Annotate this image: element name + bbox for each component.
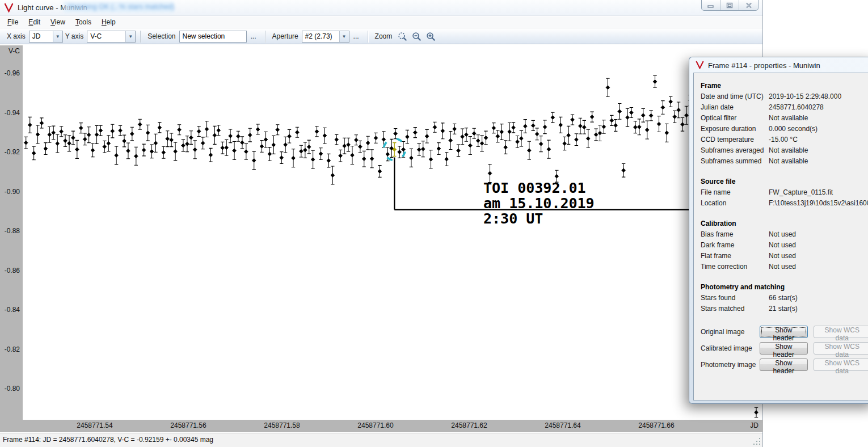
- dialog-title-bar[interactable]: Frame #114 - properties - Muniwin: [689, 57, 868, 73]
- property-row: Dark frameNot used: [701, 240, 868, 251]
- plot-area[interactable]: [0, 45, 763, 420]
- frame-properties-dialog: Frame #114 - properties - Muniwin FrameD…: [689, 57, 868, 404]
- property-label: Exposure duration: [701, 124, 769, 134]
- aperture-combo[interactable]: #2 (2.73) ▼: [302, 31, 349, 43]
- x-tick-label: 2458771.62: [444, 421, 495, 429]
- property-value: Not available: [769, 156, 868, 167]
- x-tick-label: 2458771.58: [256, 421, 307, 429]
- annotation-line-3: 2:30 UT: [483, 211, 595, 226]
- show-header-button[interactable]: Show header: [760, 359, 808, 371]
- aperture-more-button[interactable]: ...: [349, 31, 363, 42]
- window-controls: [701, 0, 759, 11]
- property-row: Julian date2458771.6040278: [701, 102, 868, 113]
- property-label: Dark frame: [701, 240, 769, 251]
- property-row: Flat frameNot used: [701, 251, 868, 262]
- x-tick-label: 2458771.66: [631, 421, 682, 429]
- light-curve-window: Light curve - Muniwin Matching OK (.. % …: [0, 0, 763, 447]
- show-header-button[interactable]: Show header: [760, 342, 808, 355]
- toolbar-separator: [140, 31, 141, 43]
- dialog-title: Frame #114 - properties - Muniwin: [708, 61, 820, 70]
- zoom-in-button[interactable]: [424, 30, 438, 43]
- section-header: Frame: [701, 81, 868, 91]
- chevron-down-icon: ▼: [125, 31, 135, 42]
- property-row: Optical filterNot available: [701, 113, 868, 124]
- muniwin-logo-icon: [4, 3, 14, 12]
- toolbar-separator: [368, 31, 368, 43]
- y-axis-combo[interactable]: V-C ▼: [87, 31, 136, 43]
- menu-item-view[interactable]: View: [45, 17, 70, 27]
- annotation-line-1: TOI 00392.01: [483, 180, 595, 196]
- show-wcs-data-button: Show WCS data: [814, 342, 868, 355]
- image-row-label: Calibrated image: [701, 344, 760, 352]
- toolbar: X axis JD ▼ Y axis V-C ▼ Selection ... A…: [0, 29, 762, 44]
- x-tick-label: 2458771.56: [163, 421, 214, 429]
- show-wcs-data-button: Show WCS data: [814, 359, 868, 371]
- x-tick-label: 2458771.54: [69, 421, 120, 429]
- zoom-fit-button[interactable]: [395, 30, 410, 43]
- property-value: 2019-10-15 2:29:48.000: [769, 91, 868, 102]
- property-label: Location: [701, 198, 769, 209]
- selection-input[interactable]: [179, 31, 247, 43]
- menu-item-tools[interactable]: Tools: [70, 17, 96, 27]
- data-points: [24, 76, 758, 418]
- image-button-row: Original imageShow headerShow WCS data: [701, 323, 868, 340]
- selection-more-button[interactable]: ...: [247, 31, 260, 42]
- x-tick-label: 2458771.64: [537, 421, 588, 429]
- image-row-label: Photometry image: [701, 361, 760, 369]
- property-label: Stars matched: [701, 303, 769, 314]
- resize-grip[interactable]: [753, 438, 761, 445]
- annotation-text: TOI 00392.01 am 15.10.2019 2:30 UT: [483, 180, 595, 226]
- maximize-button[interactable]: [720, 0, 739, 10]
- property-label: Flat frame: [701, 251, 769, 262]
- screen: Light curve - Muniwin Matching OK (.. % …: [0, 0, 868, 447]
- background-window-artifact: Matching OK (.. % stars matched): [64, 2, 174, 12]
- y-axis-label: Y axis: [65, 32, 83, 40]
- section-header: Calibration: [701, 218, 868, 229]
- aperture-label: Aperture: [272, 32, 298, 40]
- property-value: FW_Capture_0115.fit: [769, 187, 868, 198]
- property-row: Subframes averagedNot available: [701, 145, 868, 156]
- property-value: 21 star(s): [769, 303, 868, 314]
- close-button[interactable]: [739, 0, 758, 10]
- section-header: Photometry and matching: [701, 282, 868, 293]
- image-button-row: Photometry imageShow headerShow WCS data: [701, 356, 868, 373]
- zoom-label: Zoom: [375, 32, 393, 40]
- property-row: CCD temperature-15.00 °C: [701, 134, 868, 145]
- zoom-fit-icon: [398, 32, 407, 41]
- property-row: Subframes summedNot available: [701, 156, 868, 167]
- chevron-down-icon: ▼: [53, 31, 62, 42]
- title-bar[interactable]: Light curve - Muniwin Matching OK (.. % …: [0, 0, 762, 16]
- property-value: 66 star(s): [769, 293, 868, 303]
- property-label: Date and time (UTC): [701, 91, 769, 102]
- menu-item-edit[interactable]: Edit: [23, 17, 45, 27]
- aperture-combo-value: #2 (2.73): [302, 31, 339, 42]
- section-header: Source file: [701, 176, 868, 187]
- property-row: Time correctionNot used: [701, 262, 868, 272]
- close-icon: [745, 2, 752, 9]
- show-wcs-data-button: Show WCS data: [814, 326, 868, 338]
- light-curve-chart: V-C -0.96-0.94-0.92-0.90-0.88-0.86-0.84-…: [0, 45, 763, 432]
- property-value: Not used: [769, 240, 868, 251]
- property-label: Subframes averaged: [701, 145, 769, 156]
- property-label: Optical filter: [701, 113, 769, 124]
- x-tick-label: 2458771.60: [350, 421, 401, 429]
- x-axis-combo[interactable]: JD ▼: [29, 31, 63, 43]
- annotation-line-2: am 15.10.2019: [483, 196, 595, 211]
- property-label: File name: [701, 187, 769, 198]
- menu-item-file[interactable]: File: [2, 17, 23, 27]
- property-value: Not used: [769, 262, 868, 272]
- minimize-button[interactable]: [702, 0, 720, 10]
- show-header-button[interactable]: Show header: [760, 326, 808, 338]
- property-row: Stars found66 star(s): [701, 293, 868, 303]
- zoom-out-button[interactable]: [410, 30, 424, 43]
- image-button-row: Calibrated imageShow headerShow WCS data: [701, 340, 868, 356]
- image-row-label: Original image: [701, 328, 760, 336]
- menu-item-help[interactable]: Help: [96, 17, 121, 27]
- property-row: Exposure duration0.000 second(s): [701, 124, 868, 134]
- maximize-icon: [726, 2, 733, 9]
- property-label: Bias frame: [701, 229, 769, 240]
- status-bar: Frame #114: JD = 2458771.6040278, V-C = …: [0, 433, 762, 447]
- property-value: F:\10tess13j19\10ds15v2\asi1600: [769, 198, 868, 209]
- dialog-client: FrameDate and time (UTC)2019-10-15 2:29:…: [693, 73, 868, 400]
- property-value: 0.000 second(s): [769, 124, 868, 134]
